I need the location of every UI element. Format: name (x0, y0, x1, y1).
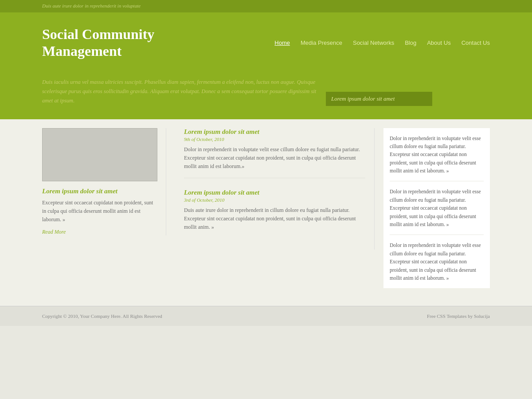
main-nav: Home Media Presence Social Networks Blog… (274, 39, 490, 46)
article-text-1: Dolor in reprehenderit in voluptate veli… (184, 145, 365, 171)
article-date-2: 3rd of October, 2010 (184, 197, 365, 203)
site-title: Social Community Management (42, 26, 154, 60)
article-item: Lorem ipsum dolor sit amet 9th of Octobe… (184, 128, 365, 179)
sidebar-paragraph-2: Dolor in reprehenderit in voluptate veli… (390, 188, 484, 235)
nav-social-networks[interactable]: Social Networks (353, 39, 394, 46)
footer: Copyright © 2010, Your Company Here. All… (0, 306, 532, 326)
top-bar: Duis aute irure dolor in reprehenderit i… (0, 0, 532, 12)
article-date-1: 9th of October, 2010 (184, 137, 365, 142)
read-more-link[interactable]: Read More (42, 229, 66, 235)
left-col-title: Lorem ipsum dolor sit amet (42, 188, 157, 195)
article-item: Lorem ipsum dolor sit amet 3rd of Octobe… (184, 189, 365, 239)
hero-paragraph: Duis iaculis urna vel massa ultricies su… (42, 78, 317, 106)
site-title-line1: Social Community (42, 26, 154, 43)
article-title-1: Lorem ipsum dolor sit amet (184, 128, 365, 136)
sidebar-paragraph-1: Dolor in reprehenderit in voluptate veli… (390, 134, 484, 182)
footer-credit: Free CSS Templates by Solucija (427, 313, 490, 319)
footer-copyright: Copyright © 2010, Your Company Here. All… (42, 313, 162, 319)
nav-about-us[interactable]: About Us (427, 39, 450, 46)
main-content: Lorem ipsum dolor sit amet Excepteur sin… (0, 119, 532, 306)
nav-contact-us[interactable]: Contact Us (462, 39, 490, 46)
right-sidebar: Dolor in reprehenderit in voluptate veli… (383, 128, 490, 289)
hero-sidebar-box: Lorem ipsum dolor sit amet (326, 92, 432, 106)
nav-home[interactable]: Home (274, 39, 290, 46)
header: Social Community Management Home Media P… (0, 12, 532, 69)
article-text-2: Duis aute irure dolor in reprehenderit i… (184, 206, 365, 232)
sidebar-paragraph-3: Dolor in reprehenderit in voluptate veli… (390, 241, 484, 282)
nav-media-presence[interactable]: Media Presence (301, 39, 342, 46)
site-title-line2: Management (42, 43, 154, 59)
hero-text-block: Duis iaculis urna vel massa ultricies su… (42, 78, 317, 106)
middle-column: Lorem ipsum dolor sit amet 9th of Octobe… (175, 128, 375, 250)
hero-sidebar-title: Lorem ipsum dolor sit amet (326, 92, 432, 106)
article-title-2: Lorem ipsum dolor sit amet (184, 189, 365, 196)
nav-blog[interactable]: Blog (405, 39, 416, 46)
left-col-text: Excepteur sint occaecat cupidatat non pr… (42, 199, 157, 224)
top-bar-text: Duis aute irure dolor in reprehenderit i… (42, 3, 141, 8)
featured-image (42, 128, 157, 181)
left-column: Lorem ipsum dolor sit amet Excepteur sin… (42, 128, 166, 236)
hero-section: Duis iaculis urna vel massa ultricies su… (0, 69, 532, 119)
